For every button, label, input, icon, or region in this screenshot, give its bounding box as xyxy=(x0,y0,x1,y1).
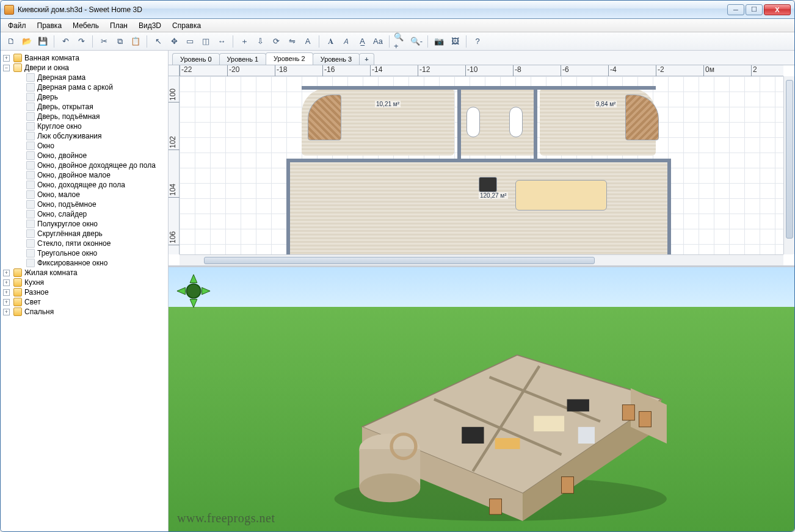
catalog-category[interactable]: −Двери и окна xyxy=(2,63,167,73)
undo-icon[interactable]: ↶ xyxy=(59,35,72,48)
level-tab[interactable]: Уровень 3 xyxy=(313,53,360,65)
nav-compass[interactable] xyxy=(176,273,211,309)
plan-scroll-v[interactable] xyxy=(783,76,794,254)
catalog-item[interactable]: Дверь, подъёмная xyxy=(2,112,167,121)
minimize-button[interactable]: ─ xyxy=(727,4,744,15)
category-label: Жилая комната xyxy=(24,268,78,277)
catalog-item[interactable]: Дверь, открытая xyxy=(2,102,167,112)
ruler-tick: -2 xyxy=(656,65,664,76)
plan-scroll-h[interactable] xyxy=(180,254,783,265)
paste-icon[interactable]: 📋 xyxy=(129,35,142,48)
catalog-item[interactable]: Окно, подъёмное xyxy=(2,200,167,209)
furniture-bathtub[interactable] xyxy=(509,107,523,137)
catalog-category[interactable]: +Свет xyxy=(2,297,167,307)
zoom-in-icon[interactable]: 🔍+ xyxy=(394,35,407,48)
level-tab[interactable]: Уровень 2 xyxy=(266,52,313,65)
catalog-item[interactable]: Круглое окно xyxy=(2,121,167,131)
item-icon xyxy=(26,259,35,267)
furniture-stairs[interactable] xyxy=(625,95,659,140)
level-tab[interactable]: Уровень 1 xyxy=(219,53,267,65)
item-icon xyxy=(26,161,35,170)
collapse-icon[interactable]: − xyxy=(3,65,10,71)
expand-icon[interactable]: + xyxy=(3,289,10,296)
furniture-bathtub[interactable] xyxy=(466,107,480,137)
catalog-item[interactable]: Окно xyxy=(2,141,167,151)
plan-canvas[interactable]: -22-20-18-16-14-12-10-8-6-4-20м2 1001021… xyxy=(169,65,794,265)
rotate-icon[interactable]: ⟳ xyxy=(269,35,283,48)
expand-icon[interactable]: + xyxy=(3,270,10,276)
text-bold-icon[interactable]: 𝐀 xyxy=(324,35,337,48)
dimension-icon[interactable]: ↔ xyxy=(215,35,228,48)
cut-icon[interactable]: ✂ xyxy=(97,35,111,48)
item-icon xyxy=(26,73,35,82)
category-label: Свет xyxy=(24,298,41,306)
furniture-catalog[interactable]: +Ванная комната−Двери и окнаДверная рама… xyxy=(1,51,169,531)
catalog-item[interactable]: Дверь xyxy=(2,92,167,102)
pan-icon[interactable]: ✥ xyxy=(167,35,181,48)
menu-edit[interactable]: Правка xyxy=(32,20,67,31)
house-3d xyxy=(307,289,695,521)
text-tool-icon[interactable]: A xyxy=(301,35,314,48)
plan-grid[interactable]: 10,21 м² 9,84 м² 120,27 м² xyxy=(180,76,783,254)
catalog-item[interactable]: Окно, доходящее до пола xyxy=(2,180,167,190)
menu-plan[interactable]: План xyxy=(105,20,132,31)
expand-icon[interactable]: + xyxy=(3,299,10,306)
category-label: Разное xyxy=(24,288,49,297)
catalog-item[interactable]: Дверная рама xyxy=(2,73,167,82)
wall-icon[interactable]: ▭ xyxy=(183,35,197,48)
maximize-button[interactable]: ☐ xyxy=(746,4,763,15)
open-icon[interactable]: 📂 xyxy=(20,35,34,48)
flip-icon[interactable]: ⇋ xyxy=(285,35,299,48)
menu-furn[interactable]: Мебель xyxy=(68,20,104,31)
catalog-item[interactable]: Окно, двойное малое xyxy=(2,170,167,180)
app-window: Киевский дом.sh3d - Sweet Home 3D ─ ☐ X … xyxy=(0,0,795,532)
catalog-item[interactable]: Окно, слайдер xyxy=(2,209,167,219)
copy-icon[interactable]: ⧉ xyxy=(113,35,126,48)
help-icon[interactable]: ? xyxy=(471,35,484,48)
add-furniture-icon[interactable]: ＋ xyxy=(238,35,251,48)
menu-file[interactable]: Файл xyxy=(3,20,31,31)
catalog-item[interactable]: Дверная рама с аркой xyxy=(2,82,167,92)
add-level-tab[interactable]: + xyxy=(359,53,374,65)
room-icon[interactable]: ◫ xyxy=(199,35,212,48)
catalog-item[interactable]: Люк обслуживания xyxy=(2,131,167,141)
catalog-item[interactable]: Стекло, пяти оконное xyxy=(2,239,167,248)
catalog-category[interactable]: +Кухня xyxy=(2,278,167,287)
import-icon[interactable]: ⇩ xyxy=(253,35,267,48)
menu-3d[interactable]: Вид3D xyxy=(134,20,166,31)
catalog-item[interactable]: Окно, двойное xyxy=(2,151,167,160)
catalog-item[interactable]: Фиксированное окно xyxy=(2,258,167,268)
expand-icon[interactable]: + xyxy=(3,55,10,62)
titlebar[interactable]: Киевский дом.sh3d - Sweet Home 3D ─ ☐ X xyxy=(1,1,794,19)
save-icon[interactable]: 💾 xyxy=(36,35,49,48)
snapshot-icon[interactable]: 🖼 xyxy=(448,35,462,48)
ruler-tick: -6 xyxy=(561,65,569,76)
expand-icon[interactable]: + xyxy=(3,279,10,286)
catalog-item[interactable]: Скруглённая дверь xyxy=(2,229,167,239)
catalog-item[interactable]: Окно, двойное доходящее до пола xyxy=(2,160,167,170)
svg-point-0 xyxy=(186,284,200,298)
catalog-category[interactable]: +Ванная комната xyxy=(2,53,167,63)
redo-icon[interactable]: ↷ xyxy=(74,35,88,48)
catalog-item[interactable]: Треугольное окно xyxy=(2,248,167,258)
view-3d[interactable]: www.freeprogs.net xyxy=(169,267,794,531)
furniture-tv[interactable] xyxy=(479,177,497,192)
text-color-icon[interactable]: A̲ xyxy=(355,35,369,48)
catalog-item[interactable]: Окно, малое xyxy=(2,190,167,200)
pointer-icon[interactable]: ↖ xyxy=(151,35,165,48)
catalog-category[interactable]: +Разное xyxy=(2,287,167,297)
new-file-icon[interactable]: 🗋 xyxy=(4,35,18,48)
menu-help[interactable]: Справка xyxy=(167,20,206,31)
level-tab[interactable]: Уровень 0 xyxy=(172,53,220,65)
catalog-category[interactable]: +Жилая комната xyxy=(2,268,167,278)
camera-icon[interactable]: 📷 xyxy=(432,35,446,48)
toolbar: 🗋📂💾↶↷✂⧉📋↖✥▭◫↔＋⇩⟳⇋A𝐀𝘈A̲Aa🔍+🔍-📷🖼? xyxy=(1,32,794,51)
catalog-item[interactable]: Полукруглое окно xyxy=(2,219,167,229)
catalog-category[interactable]: +Спальня xyxy=(2,307,167,317)
zoom-out-icon[interactable]: 🔍- xyxy=(410,35,423,48)
close-button[interactable]: X xyxy=(764,4,791,15)
furniture-sofa[interactable] xyxy=(515,180,607,210)
text-font-icon[interactable]: Aa xyxy=(371,35,385,48)
expand-icon[interactable]: + xyxy=(3,309,10,315)
text-italic-icon[interactable]: 𝘈 xyxy=(339,35,353,48)
